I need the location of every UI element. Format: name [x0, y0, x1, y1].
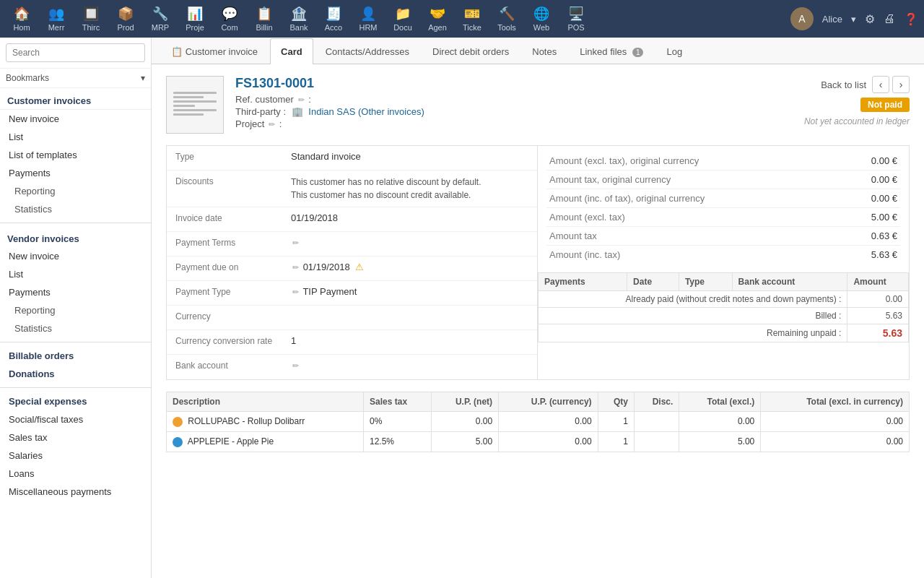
back-to-list-link[interactable]: Back to list	[821, 79, 866, 90]
amount-row-5: Amount (inc. tax) 5.63 €	[546, 246, 900, 264]
invoice-project: Project ✏ :	[235, 118, 793, 129]
sidebar-item-vendor-list[interactable]: List	[0, 265, 151, 283]
col-up-net: U.P. (net)	[432, 392, 499, 412]
remaining-unpaid-label: Remaining unpaid :	[539, 324, 847, 342]
sidebar-item-customer-statistics[interactable]: Statistics	[0, 200, 151, 218]
nav-billing[interactable]: 📋Billin	[248, 3, 280, 35]
sidebar-item-vendor-payments[interactable]: Payments	[0, 283, 151, 301]
invoice-header: FS1301-0001 Ref. customer ✏ : Third-part…	[166, 76, 910, 134]
sidebar-item-vendor-reporting[interactable]: Reporting	[0, 301, 151, 319]
col-total-excl: Total (excl.)	[679, 392, 761, 412]
payment-terms-edit-icon[interactable]: ✏	[292, 238, 299, 247]
item-up-currency-1: 0.00	[499, 431, 598, 452]
project-edit-icon[interactable]: ✏	[269, 120, 275, 129]
customer-invoices-section: Customer invoices	[0, 88, 151, 110]
search-input[interactable]	[6, 43, 145, 62]
nav-third[interactable]: 🔲Thirc	[75, 3, 107, 35]
nav-tools[interactable]: 🔨Tools	[491, 3, 523, 35]
sidebar-item-new-vendor-invoice[interactable]: New invoice	[0, 247, 151, 265]
tab-customer-invoice[interactable]: 📋 Customer invoice	[160, 38, 269, 64]
nav-home[interactable]: 🏠Hom	[6, 3, 38, 35]
tab-contacts[interactable]: Contacts/Addresses	[315, 38, 420, 64]
user-chevron-icon[interactable]: ▾	[851, 14, 856, 25]
nav-hrm[interactable]: 👤HRM	[352, 3, 384, 35]
bank-account-edit-icon[interactable]: ✏	[292, 361, 299, 370]
tab-log[interactable]: Log	[655, 38, 693, 64]
bookmarks-label: Bookmarks	[6, 73, 49, 83]
sidebar-item-customer-list[interactable]: List	[0, 128, 151, 146]
nav-bank[interactable]: 🏦Bank	[283, 3, 315, 35]
sidebar-item-list-of-templates[interactable]: List of templates	[0, 146, 151, 164]
nav-agents[interactable]: 🤝Agen	[422, 3, 453, 35]
invoice-tab-icon: 📋	[171, 46, 183, 57]
sidebar-item-donations[interactable]: Donations	[0, 365, 151, 383]
tab-direct-debit[interactable]: Direct debit orders	[422, 38, 520, 64]
ledger-note: Not yet accounted in ledger	[804, 116, 910, 126]
sidebar-item-new-customer-invoice[interactable]: New invoice	[0, 110, 151, 128]
sidebar-bookmarks[interactable]: Bookmarks ▾	[0, 69, 151, 88]
sidebar-item-customer-payments[interactable]: Payments	[0, 164, 151, 182]
invoice-form-grid: Type Standard invoice Discounts This cus…	[166, 145, 910, 380]
nav-com[interactable]: 💬Com	[214, 3, 245, 35]
product-icon-0	[173, 417, 183, 427]
sidebar-item-salaries[interactable]: Salaries	[0, 447, 151, 465]
nav-tickets[interactable]: 🎫Ticke	[456, 3, 488, 35]
item-disc-0	[635, 412, 679, 432]
amount-col-header: Amount	[847, 273, 909, 291]
col-disc: Disc.	[635, 392, 679, 412]
help-icon[interactable]: ❓	[904, 12, 918, 26]
nav-pos[interactable]: 🖥️POS	[560, 3, 592, 35]
sidebar-divider-1	[0, 223, 151, 223]
already-paid-value: 0.00	[847, 291, 909, 308]
already-paid-label: Already paid (without credit notes and d…	[539, 291, 847, 308]
user-name[interactable]: Alice	[822, 14, 842, 25]
prev-invoice-button[interactable]: ‹	[872, 76, 889, 93]
sidebar-search-container	[0, 38, 151, 69]
product-icon-1	[173, 437, 183, 447]
main-layout: Bookmarks ▾ Customer invoices New invoic…	[0, 38, 924, 578]
item-total-excl-1: 5.00	[679, 431, 761, 452]
next-invoice-button[interactable]: ›	[892, 76, 910, 93]
sidebar-item-sales-tax[interactable]: Sales tax	[0, 428, 151, 447]
invoice-info: FS1301-0001 Ref. customer ✏ : Third-part…	[235, 76, 793, 131]
amount-row-1: Amount tax, original currency 0.00 €	[546, 171, 900, 189]
sidebar-item-loans[interactable]: Loans	[0, 465, 151, 483]
building-icon: 🏢	[292, 106, 303, 117]
payment-type-edit-icon[interactable]: ✏	[292, 288, 299, 296]
sidebar-item-special-expenses[interactable]: Special expenses	[0, 392, 151, 410]
sidebar-item-billable-orders[interactable]: Billable orders	[0, 347, 151, 365]
config-icon[interactable]: ⚙	[865, 12, 875, 26]
nav-members[interactable]: 👥Merr	[40, 3, 72, 35]
nav-mrp[interactable]: 🔧MRP	[144, 3, 176, 35]
tab-notes[interactable]: Notes	[521, 38, 567, 64]
payment-type-row: Payment Type ✏ TIP Payment	[167, 281, 537, 306]
tab-linked-files[interactable]: Linked files 1	[569, 38, 654, 64]
print-icon[interactable]: 🖨	[884, 12, 895, 25]
col-description: Description	[167, 392, 364, 412]
nav-products[interactable]: 📦Prod	[110, 3, 141, 35]
sidebar-item-misc-payments[interactable]: Miscellaneous payments	[0, 483, 151, 501]
sidebar-item-vendor-statistics[interactable]: Statistics	[0, 319, 151, 337]
avatar: A	[790, 7, 814, 30]
form-right-column: Amount (excl. tax), original currency 0.…	[538, 146, 909, 379]
payment-due-row: Payment due on ✏ 01/19/2018 ⚠	[167, 256, 537, 281]
nav-accounting[interactable]: 🧾Acco	[318, 3, 349, 35]
item-description-1: APPLEPIE - Apple Pie	[167, 431, 364, 452]
nav-projects[interactable]: 📊Proje	[179, 3, 211, 35]
currency-row: Currency	[167, 306, 537, 330]
invoice-third-party: Third-party : 🏢 Indian SAS (Other invoic…	[235, 106, 793, 117]
ref-customer-edit-icon[interactable]: ✏	[298, 95, 305, 104]
nav-right: A Alice ▾ ⚙ 🖨 ❓	[790, 7, 918, 30]
item-sales-tax-1: 12.5%	[364, 431, 432, 452]
nav-docs[interactable]: 📁Docu	[387, 3, 419, 35]
third-party-link[interactable]: Indian SAS (Other invoices)	[308, 106, 424, 117]
item-total-currency-1: 0.00	[761, 431, 910, 452]
sidebar-item-customer-reporting[interactable]: Reporting	[0, 182, 151, 200]
payment-due-edit-icon[interactable]: ✏	[292, 263, 299, 272]
billed-value: 5.63	[847, 308, 909, 324]
tab-card[interactable]: Card	[270, 38, 313, 64]
nav-web[interactable]: 🌐Web	[526, 3, 557, 35]
nav-arrows: ‹ ›	[872, 76, 910, 93]
col-sales-tax: Sales tax	[364, 392, 432, 412]
sidebar-item-social-fiscal[interactable]: Social/fiscal taxes	[0, 410, 151, 428]
